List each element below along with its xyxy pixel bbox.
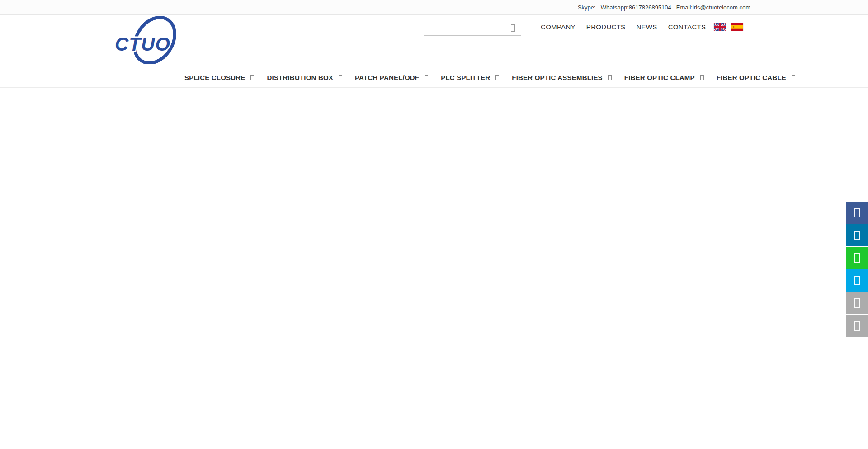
header-link-contacts[interactable]: CONTACTS	[668, 23, 706, 31]
dropdown-arrow-icon	[792, 75, 795, 80]
topbar-contact-info: Skype: Whatsapp:8617826895104 Email:iris…	[578, 0, 750, 14]
ctuo-logo-graphic: CTUO	[114, 16, 182, 64]
dropdown-arrow-icon	[700, 75, 704, 80]
whatsapp-icon	[854, 253, 860, 263]
nav-item-splice-closure[interactable]: SPLICE CLOSURE	[184, 74, 254, 81]
dropdown-arrow-icon	[250, 75, 254, 80]
social-button-linkedin[interactable]	[846, 224, 868, 246]
english-uk-flag[interactable]	[714, 23, 726, 31]
nav-item-fiber-optic-clamp[interactable]: FIBER OPTIC CLAMP	[624, 74, 704, 81]
nav-item-plc-splitter[interactable]: PLC SPLITTER	[441, 74, 499, 81]
main-navigation: SPLICE CLOSURE DISTRIBUTION BOX PATCH PA…	[0, 68, 868, 88]
share-icon	[854, 298, 860, 308]
linkedin-icon	[854, 231, 860, 240]
header-link-products[interactable]: PRODUCTS	[586, 23, 626, 31]
main-navigation-items: SPLICE CLOSURE DISTRIBUTION BOX PATCH PA…	[184, 68, 795, 87]
social-sidebar	[846, 202, 868, 337]
social-button-facebook[interactable]	[846, 202, 868, 224]
dropdown-arrow-icon	[495, 75, 499, 80]
logo-text: CTUO	[115, 33, 170, 55]
header-link-company[interactable]: COMPANY	[541, 23, 576, 31]
dropdown-arrow-icon	[608, 75, 612, 80]
spanish-flag[interactable]	[731, 23, 743, 31]
dropdown-arrow-icon	[425, 75, 428, 80]
search-box	[424, 22, 521, 36]
nav-item-fiber-optic-assemblies[interactable]: FIBER OPTIC ASSEMBLIES	[512, 74, 612, 81]
social-button-skype[interactable]	[846, 269, 868, 292]
email-label: Email:iris@ctuotelecom.com	[676, 4, 750, 11]
social-button-gray-1[interactable]	[846, 292, 868, 314]
social-button-gray-2[interactable]	[846, 315, 868, 337]
header-right: COMPANY PRODUCTS NEWS CONTACTS	[541, 20, 743, 33]
page: Skype: Whatsapp:8617826895104 Email:iris…	[0, 0, 868, 449]
search-icon[interactable]	[511, 24, 515, 32]
nav-item-distribution-box[interactable]: DISTRIBUTION BOX	[267, 74, 342, 81]
facebook-icon	[854, 208, 860, 217]
header: CTUO COMPANY PRODUCTS NEWS CONTACTS	[0, 15, 868, 68]
search-input[interactable]	[425, 23, 505, 34]
whatsapp-label: Whatsapp:8617826895104	[601, 4, 671, 11]
header-links: COMPANY PRODUCTS NEWS CONTACTS	[541, 23, 706, 31]
social-button-whatsapp[interactable]	[846, 247, 868, 269]
company-logo[interactable]: CTUO	[114, 16, 182, 64]
nav-item-fiber-optic-cable[interactable]: FIBER OPTIC CABLE	[717, 74, 795, 81]
share-icon	[854, 321, 860, 331]
skype-icon	[854, 276, 860, 285]
page-content	[0, 88, 868, 449]
dropdown-arrow-icon	[339, 75, 342, 80]
language-switcher	[714, 23, 743, 31]
header-link-news[interactable]: NEWS	[636, 23, 657, 31]
skype-label: Skype:	[578, 4, 596, 11]
nav-item-patch-panel-odf[interactable]: PATCH PANEL/ODF	[355, 74, 428, 81]
topbar-contact-bar: Skype: Whatsapp:8617826895104 Email:iris…	[0, 0, 868, 15]
